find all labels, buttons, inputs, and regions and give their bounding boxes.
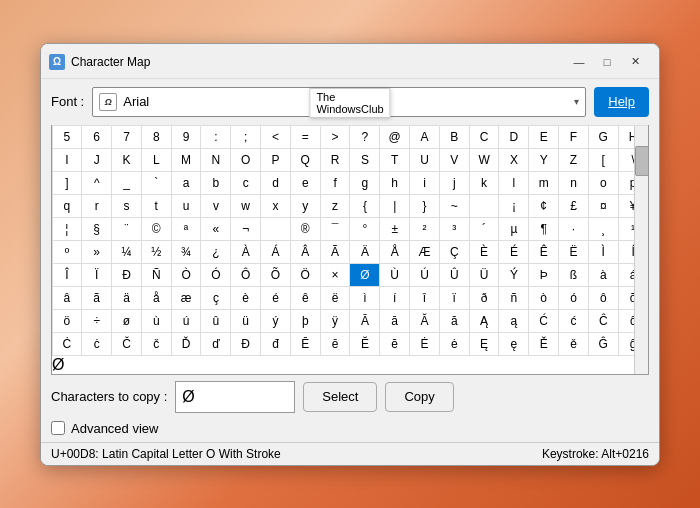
char-cell[interactable]: ì [349, 286, 380, 310]
char-cell[interactable]: Ý [498, 263, 529, 287]
char-cell[interactable]: · [558, 217, 589, 241]
char-cell[interactable]: ¶ [528, 217, 559, 241]
char-cell[interactable]: ë [320, 286, 351, 310]
char-cell[interactable]: č [141, 332, 172, 356]
char-cell[interactable]: } [409, 194, 440, 218]
char-cell[interactable]: ï [439, 286, 470, 310]
char-cell[interactable]: Ó [200, 263, 231, 287]
char-cell[interactable]: Ö [290, 263, 321, 287]
char-cell[interactable]: ? [349, 125, 380, 149]
char-cell[interactable]: J [81, 148, 112, 172]
char-cell[interactable]: = [290, 125, 321, 149]
char-cell[interactable]: ã [81, 286, 112, 310]
char-cell[interactable]: q [52, 194, 83, 218]
char-cell[interactable]: Ç [439, 240, 470, 264]
char-cell[interactable]: { [349, 194, 380, 218]
char-cell[interactable]: º [52, 240, 83, 264]
char-cell[interactable]: Ð [111, 263, 142, 287]
char-cell[interactable]: Å [379, 240, 410, 264]
char-cell[interactable]: æ [171, 286, 202, 310]
char-cell[interactable]: O [230, 148, 261, 172]
char-cell[interactable]: g [349, 171, 380, 195]
char-cell[interactable]: 8 [141, 125, 172, 149]
char-cell[interactable]: s [111, 194, 142, 218]
select-button[interactable]: Select [303, 382, 377, 412]
char-cell[interactable]: þ [290, 309, 321, 333]
char-cell[interactable]: L [141, 148, 172, 172]
char-cell[interactable]: Ĕ [349, 332, 380, 356]
char-cell[interactable]: ª [171, 217, 202, 241]
char-cell[interactable]: ] [52, 171, 83, 195]
char-cell[interactable]: j [439, 171, 470, 195]
char-cell[interactable]: ę [498, 332, 529, 356]
char-cell[interactable]: M [171, 148, 202, 172]
char-cell[interactable]: G [588, 125, 619, 149]
char-cell[interactable]: i [409, 171, 440, 195]
chars-to-copy-input[interactable] [175, 381, 295, 413]
char-cell[interactable]: Ě [528, 332, 559, 356]
char-cell[interactable]: Ċ [52, 332, 83, 356]
char-cell[interactable]: ± [379, 217, 410, 241]
char-cell[interactable]: W [469, 148, 500, 172]
char-cell[interactable]: l [498, 171, 529, 195]
char-cell[interactable]: Ē [290, 332, 321, 356]
char-cell[interactable]: Ĝ [588, 332, 619, 356]
char-cell[interactable]: ¢ [528, 194, 559, 218]
char-cell[interactable]: « [200, 217, 231, 241]
scrollbar-thumb[interactable] [635, 146, 649, 176]
char-cell[interactable]: ö [52, 309, 83, 333]
char-cell[interactable]: ¨ [111, 217, 142, 241]
char-cell[interactable]: A [409, 125, 440, 149]
char-cell[interactable]: k [469, 171, 500, 195]
char-cell[interactable]: 7 [111, 125, 142, 149]
char-cell[interactable]: ð [469, 286, 500, 310]
char-cell[interactable]: î [409, 286, 440, 310]
char-cell[interactable]: Ú [409, 263, 440, 287]
char-cell[interactable]: Û [439, 263, 470, 287]
char-cell[interactable]: ě [558, 332, 589, 356]
char-cell[interactable]: ¼ [111, 240, 142, 264]
char-cell[interactable]: ĕ [379, 332, 410, 356]
close-button[interactable]: ✕ [623, 52, 647, 72]
char-cell[interactable]: C [469, 125, 500, 149]
char-cell[interactable]: © [141, 217, 172, 241]
char-cell[interactable]: ù [141, 309, 172, 333]
char-cell[interactable]: S [349, 148, 380, 172]
char-cell[interactable]: m [528, 171, 559, 195]
char-cell[interactable]: Ì [588, 240, 619, 264]
char-cell[interactable]: ¡ [498, 194, 529, 218]
char-cell[interactable]: ° [349, 217, 380, 241]
char-cell[interactable]: ý [260, 309, 291, 333]
char-cell[interactable]: ü [230, 309, 261, 333]
minimize-button[interactable]: — [567, 52, 591, 72]
char-cell[interactable]: 9 [171, 125, 202, 149]
char-cell[interactable]: ´ [469, 217, 500, 241]
char-cell[interactable]: D [498, 125, 529, 149]
char-cell[interactable]: x [260, 194, 291, 218]
char-cell[interactable]: ¤ [588, 194, 619, 218]
char-cell[interactable]: z [320, 194, 351, 218]
char-cell[interactable]: è [230, 286, 261, 310]
char-cell[interactable]: Ä [349, 240, 380, 264]
char-cell[interactable]: í [379, 286, 410, 310]
char-cell[interactable]: Æ [409, 240, 440, 264]
char-cell[interactable]: ċ [81, 332, 112, 356]
char-cell[interactable]: ď [200, 332, 231, 356]
char-cell[interactable]: Î [52, 263, 83, 287]
char-cell[interactable]: â [52, 286, 83, 310]
advanced-view-checkbox[interactable] [51, 421, 65, 435]
char-cell[interactable]: I [52, 148, 83, 172]
char-cell[interactable]: : [200, 125, 231, 149]
font-selector[interactable]: Ω Arial ▾ [92, 87, 586, 117]
char-cell[interactable]: n [558, 171, 589, 195]
char-cell[interactable]: µ [498, 217, 529, 241]
char-cell[interactable]: ñ [498, 286, 529, 310]
char-cell[interactable]: ³ [439, 217, 470, 241]
char-cell[interactable]: o [588, 171, 619, 195]
char-cell[interactable]: Õ [260, 263, 291, 287]
char-cell[interactable]: ~ [439, 194, 470, 218]
char-cell[interactable]: Z [558, 148, 589, 172]
char-cell[interactable]: T [379, 148, 410, 172]
char-cell[interactable]: ó [558, 286, 589, 310]
char-cell[interactable]: P [260, 148, 291, 172]
